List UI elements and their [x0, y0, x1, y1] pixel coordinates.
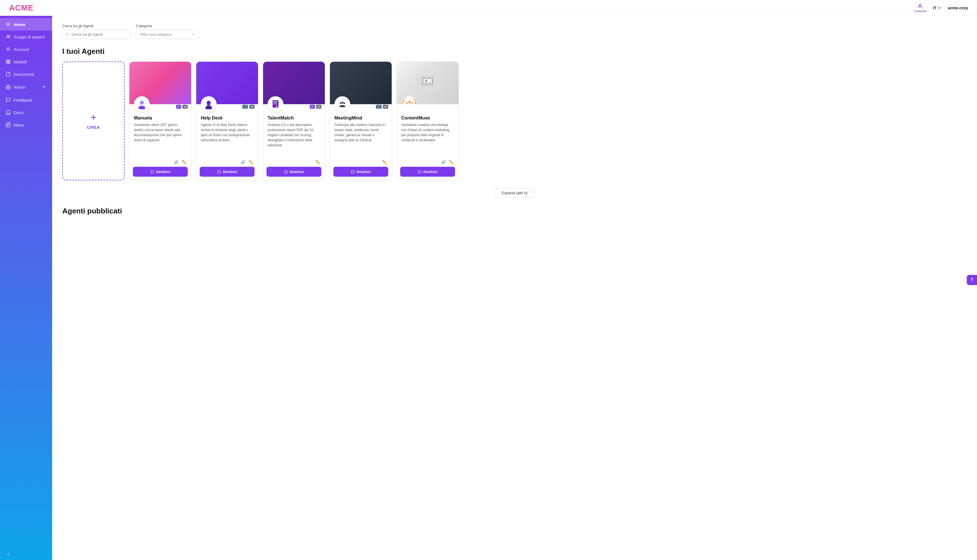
contentmuse-link-icon[interactable]: 🔗: [441, 160, 446, 165]
models-icon: [6, 59, 11, 64]
sidebar-collapse-button[interactable]: [0, 548, 52, 560]
manuela-badges: IT AI: [176, 105, 188, 109]
sidebar-item-documenti[interactable]: Documenti: [0, 68, 52, 80]
badge-ai: AI: [316, 105, 322, 109]
talentmatch-header: IT AI: [263, 62, 325, 104]
expand-button[interactable]: Espandi (altri 6): [494, 188, 534, 198]
svg-point-26: [342, 102, 343, 103]
help-button[interactable]: ?: [967, 275, 977, 285]
agent-card-meetingmind: 🌐 AI MeetingMind Partecipa alle riunioni…: [330, 62, 392, 180]
home-icon: [6, 22, 11, 27]
svg-point-34: [425, 80, 427, 82]
megaphone-icon: [404, 99, 414, 104]
badge-globe: 🌐: [376, 105, 382, 109]
talentmatch-gestisci-button[interactable]: Gestisci: [267, 167, 322, 177]
manuela-avatar: [134, 96, 150, 112]
agents-section-title: I tuoi Agenti: [62, 47, 967, 56]
manuela-link-icon[interactable]: 🔗: [173, 160, 178, 165]
badge-ai: AI: [182, 105, 188, 109]
contentmuse-actions: 🔗 ✏️: [397, 158, 458, 165]
consumi-button[interactable]: Consumi: [914, 3, 926, 13]
manuela-name: Manuela: [134, 115, 187, 121]
helpdesk-actions: 🔗 ✏️: [196, 158, 258, 165]
manuela-gestisci-button[interactable]: Gestisci: [133, 167, 188, 177]
search-label: Cerca tra gli Agenti: [62, 24, 130, 28]
sidebar-item-home[interactable]: Home: [0, 18, 52, 30]
svg-point-12: [66, 33, 68, 35]
manuela-avatar-img: [137, 99, 147, 109]
search-icon: [65, 33, 69, 37]
badge-it: IT: [176, 105, 181, 109]
folder-icon: [351, 170, 355, 174]
contentmuse-edit-icon[interactable]: ✏️: [449, 160, 454, 165]
helpdesk-gestisci-button[interactable]: Gestisci: [200, 167, 255, 177]
search-input-wrap: [62, 30, 130, 39]
folder-icon: [150, 170, 154, 174]
docs-icon: [6, 72, 11, 77]
helpdesk-edit-icon[interactable]: ✏️: [248, 160, 253, 165]
create-card-inner: + CREA: [87, 112, 100, 130]
sidebar-item-modelli[interactable]: Modelli: [0, 55, 52, 68]
svg-rect-18: [207, 105, 211, 106]
contentmuse-gestisci-button[interactable]: Gestisci: [400, 167, 455, 177]
talentmatch-actions: ✏️: [263, 158, 325, 165]
meetingmind-desc: Partecipa alle riunioni, trascrive in te…: [334, 122, 387, 143]
svg-rect-20: [273, 101, 278, 102]
meetingmind-actions: ✏️: [330, 158, 392, 165]
manuela-actions: 🔗 ✏️: [129, 158, 191, 165]
corp-label: acme-corp: [948, 6, 968, 10]
svg-point-8: [8, 87, 9, 88]
sidebar-item-gruppi[interactable]: Gruppi di esperti: [0, 30, 52, 43]
language-selector[interactable]: IT: [933, 6, 941, 10]
svg-point-0: [919, 4, 921, 6]
badge-globe: 🌐: [242, 105, 248, 109]
helpdesk-avatar: [201, 96, 217, 112]
sidebar-item-feedback[interactable]: Feedback: [0, 94, 52, 106]
svg-line-13: [68, 35, 69, 36]
search-row: Cerca tra gli Agenti Categoria Filtra un…: [62, 24, 967, 39]
svg-point-1: [7, 35, 8, 37]
feedback-icon: [6, 97, 11, 102]
meetingmind-edit-icon[interactable]: ✏️: [382, 160, 387, 165]
svg-point-15: [138, 106, 145, 109]
search-group: Cerca tra gli Agenti: [62, 24, 130, 39]
photo-placeholder: [416, 75, 439, 92]
meetingmind-avatar: [334, 96, 350, 112]
svg-point-3: [7, 48, 9, 49]
talentmatch-avatar: [268, 96, 283, 112]
helpdesk-name: Help Desk: [201, 115, 253, 121]
svg-point-2: [9, 35, 10, 37]
sidebar-item-admin[interactable]: Admin: [0, 80, 52, 94]
svg-point-25: [340, 102, 341, 104]
helpdesk-link-icon[interactable]: 🔗: [240, 160, 245, 165]
agents-cards-row: + CREA IT AI Manuela: [62, 62, 967, 183]
helpdesk-badges: 🌐 AI: [242, 105, 255, 109]
agent-card-helpdesk: 🌐 AI Help Desk Agente AI di Help Desk in…: [196, 62, 258, 180]
manuela-edit-icon[interactable]: ✏️: [182, 160, 187, 165]
svg-point-29: [339, 106, 342, 107]
svg-rect-6: [6, 62, 8, 64]
create-label: CREA: [87, 125, 100, 130]
svg-rect-4: [6, 60, 8, 62]
sidebar-item-docs[interactable]: Docs: [0, 106, 52, 118]
sidebar-item-news[interactable]: News: [0, 118, 52, 131]
talentmatch-edit-icon[interactable]: ✏️: [315, 160, 320, 165]
sidebar-item-account[interactable]: Account: [0, 43, 52, 55]
topbar-right: Consumi IT acme-corp: [914, 3, 968, 13]
badge-ai: AI: [383, 105, 388, 109]
svg-point-30: [343, 106, 345, 107]
meetingmind-gestisci-button[interactable]: Gestisci: [333, 167, 388, 177]
category-label: Categoria: [136, 24, 198, 28]
helpdesk-body: Help Desk Agente AI di Help Desk interno…: [196, 104, 258, 158]
account-icon: [6, 47, 11, 52]
svg-rect-22: [273, 103, 277, 104]
manuela-body: Manuela Assistente clienti 24/7 (primo l…: [129, 104, 191, 158]
sidebar-nav: Home Gruppi di esperti Account Modelli: [0, 16, 52, 548]
search-input[interactable]: [62, 30, 130, 39]
folder-icon: [217, 170, 221, 174]
category-select[interactable]: Filtra una categoria: [136, 30, 198, 39]
manuela-desc: Assistente clienti 24/7 (primo livello) …: [134, 122, 187, 143]
book-icon: [6, 110, 11, 115]
create-agent-card[interactable]: + CREA: [62, 62, 125, 180]
contentmuse-header: IT AI: [397, 62, 458, 104]
